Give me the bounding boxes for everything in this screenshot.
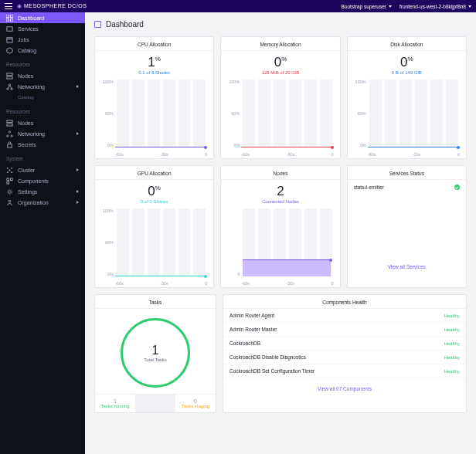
sidebar-item-components[interactable]: Components xyxy=(0,175,85,186)
mem-subtitle: 128 MiB of 29 GiB xyxy=(221,70,339,75)
sidebar-item-label: Services xyxy=(18,26,39,32)
svg-rect-26 xyxy=(7,178,9,180)
svg-point-31 xyxy=(8,200,11,202)
svg-rect-16 xyxy=(7,124,12,126)
component-row[interactable]: Admin Router AgentHealthy xyxy=(223,309,466,323)
nodes-subtitle: Connected Nodes xyxy=(221,199,339,204)
sidebar-section-system: System xyxy=(0,150,85,164)
sidebar-item-catalog[interactable]: Catalog xyxy=(0,45,85,56)
svg-point-19 xyxy=(11,135,12,137)
tasks-donut: 1 Total Tasks xyxy=(121,318,190,388)
svg-rect-20 xyxy=(8,144,12,147)
sidebar-item-label: Jobs xyxy=(18,37,29,42)
chevron-right-icon xyxy=(76,168,79,171)
svg-point-29 xyxy=(8,190,12,193)
component-row[interactable]: CockroachDB Set Configuration TimerHealt… xyxy=(223,364,466,378)
cpu-subtitle: 0.1 of 8 Shares xyxy=(95,70,213,75)
sidebar-item-networking[interactable]: Networking xyxy=(0,81,85,92)
card-tasks: Tasks 1 Total Tasks 1 Tasks running 0 Ta… xyxy=(94,294,216,413)
package-icon xyxy=(6,47,13,54)
component-row[interactable]: CockroachDB Disable DiagnosticsHealthy xyxy=(223,351,466,364)
sidebar-item-services[interactable]: Services xyxy=(0,23,85,34)
nodes-value: 2 xyxy=(221,185,339,198)
card-title: Services Status xyxy=(348,166,466,180)
svg-rect-0 xyxy=(6,15,9,18)
card-title: Tasks xyxy=(95,295,216,309)
servers-icon xyxy=(6,120,13,127)
svg-point-17 xyxy=(8,130,10,132)
svg-line-14 xyxy=(10,85,12,88)
gear-icon xyxy=(6,188,13,195)
network-icon xyxy=(6,130,13,137)
status-healthy-icon xyxy=(454,185,460,190)
svg-line-13 xyxy=(8,85,9,88)
card-title: Components Health xyxy=(223,295,466,309)
dashboard-icon xyxy=(94,21,101,28)
sidebar-item-cluster[interactable]: Cluster xyxy=(0,164,85,175)
tasks-total-label: Total Tasks xyxy=(144,357,167,362)
svg-point-25 xyxy=(11,171,12,173)
user-menu[interactable]: Bootstrap superuser xyxy=(341,4,392,9)
sidebar-item-secrets[interactable]: Secrets xyxy=(0,139,85,150)
sidebar-item-label: Networking xyxy=(18,84,45,90)
service-row[interactable]: statsd-emitter xyxy=(348,180,466,195)
sidebar-item-dashboard[interactable]: Dashboard xyxy=(0,12,85,23)
sidebar-item-catalog-dup[interactable]: Catalog xyxy=(0,92,85,103)
svg-rect-5 xyxy=(7,37,12,42)
sidebar-item-label: Nodes xyxy=(18,120,33,126)
component-row[interactable]: CockroachDBHealthy xyxy=(223,337,466,351)
card-services: Services Status statsd-emitter View all … xyxy=(347,165,467,288)
sidebar-item-settings[interactable]: Settings xyxy=(0,186,85,197)
sidebar-section-resources2: Resources xyxy=(0,103,85,117)
svg-rect-1 xyxy=(10,15,13,18)
topbar: ◉ MESOSPHERE DC/OS Bootstrap superuser f… xyxy=(0,0,476,12)
sidebar-item-jobs[interactable]: Jobs xyxy=(0,34,85,45)
disk-chart: 100%60%0% -60s-30s0 xyxy=(352,80,461,157)
svg-point-22 xyxy=(7,167,8,168)
tasks-total: 1 xyxy=(152,344,159,357)
view-all-services-link[interactable]: View all Services xyxy=(348,256,466,277)
sidebar-item-nodes2[interactable]: Nodes xyxy=(0,117,85,128)
menu-icon[interactable] xyxy=(5,3,12,9)
card-memory: Memory Allocation 0% 128 MiB of 29 GiB 1… xyxy=(220,36,340,159)
health-badge: Healthy xyxy=(444,327,460,332)
sidebar-item-label: Organization xyxy=(18,200,49,205)
sidebar-item-label: Nodes xyxy=(18,73,33,79)
page-title: Dashboard xyxy=(106,20,144,29)
card-cpu: CPU Allocation 1% 0.1 of 8 Shares 100%60… xyxy=(94,36,214,159)
svg-rect-3 xyxy=(10,19,13,22)
svg-rect-28 xyxy=(7,181,9,184)
tasks-running: 1 Tasks running xyxy=(95,395,135,412)
cluster-icon xyxy=(6,167,13,174)
mem-chart: 100%60%0% -60s-30s0 xyxy=(226,80,335,157)
sidebar-item-organization[interactable]: Organization xyxy=(0,197,85,208)
card-title: Nodes xyxy=(221,166,339,180)
cluster-menu[interactable]: frontend-us-west-2-b8kijpf8n8 xyxy=(400,4,471,9)
sidebar-item-label: Secrets xyxy=(18,142,36,147)
gpu-chart: 100%60%0% -60s-30s0 xyxy=(100,208,209,286)
sidebar-item-nodes[interactable]: Nodes xyxy=(0,70,85,81)
chevron-right-icon xyxy=(76,85,79,88)
network-icon xyxy=(6,83,13,90)
caret-down-icon xyxy=(468,5,471,8)
tasks-staging: 0 Tasks staging xyxy=(175,395,216,412)
sidebar-item-networking2[interactable]: Networking xyxy=(0,128,85,139)
org-icon xyxy=(6,199,13,206)
card-title: Memory Allocation xyxy=(221,37,339,51)
gpu-value: 0% xyxy=(95,185,213,198)
sidebar-item-label: Catalog xyxy=(18,48,36,53)
card-components: Components Health Admin Router AgentHeal… xyxy=(223,294,467,413)
component-row[interactable]: Admin Router MasterHealthy xyxy=(223,323,466,337)
caret-down-icon xyxy=(389,5,392,8)
view-all-components-link[interactable]: View all 67 Components xyxy=(223,378,466,399)
svg-rect-4 xyxy=(7,26,12,30)
sidebar-item-label: Settings xyxy=(18,189,37,195)
svg-point-24 xyxy=(7,171,8,173)
sidebar-section-resources: Resources xyxy=(0,56,85,70)
svg-point-10 xyxy=(8,83,10,85)
card-title: Disk Allocation xyxy=(348,37,466,51)
svg-point-30 xyxy=(7,188,12,194)
sidebar-item-label: Networking xyxy=(18,131,45,137)
svg-point-23 xyxy=(11,167,12,168)
health-badge: Healthy xyxy=(444,369,460,374)
